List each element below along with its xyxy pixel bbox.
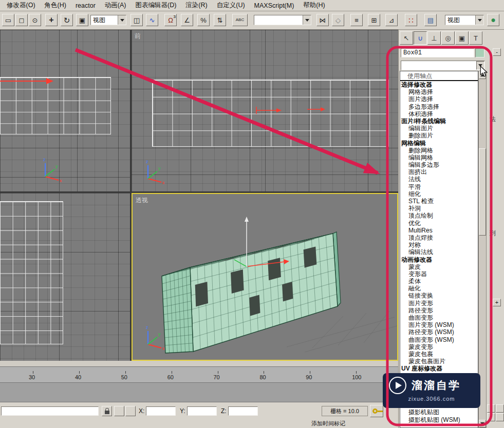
modifier-option[interactable]: 曲面变形 (WSM) — [400, 336, 478, 343]
offset-mode-button[interactable] — [125, 406, 136, 416]
modifier-option[interactable]: 法线 — [400, 176, 478, 183]
modifier-option[interactable]: 顶点焊接 — [400, 234, 478, 241]
tab-motion[interactable]: ◎ — [441, 31, 455, 45]
move-button[interactable]: + — [45, 14, 58, 26]
scroll-down-button[interactable] — [479, 420, 486, 427]
modifier-option[interactable]: 链接变换 — [400, 292, 478, 299]
modifier-option[interactable]: 编辑多边形 — [400, 161, 478, 168]
object-color-swatch[interactable] — [475, 48, 484, 57]
quick-render-teapot-button[interactable]: ● — [487, 14, 499, 26]
select-manipulate-button[interactable]: ∿ — [146, 14, 158, 26]
x-coordinate-field[interactable] — [146, 406, 176, 416]
use-pivot-option[interactable]: 使用轴点 — [400, 71, 478, 81]
modifier-option[interactable]: 补洞 — [400, 205, 478, 212]
modifier-option[interactable]: 面片选择 — [400, 95, 478, 103]
chevron-down-icon[interactable] — [475, 15, 483, 25]
menu-item[interactable]: 自定义(U) — [212, 1, 250, 10]
modifier-option[interactable]: 优化 — [400, 220, 478, 227]
menu-item[interactable]: 帮助(H) — [298, 1, 329, 10]
modifier-option[interactable]: 面挤出 — [400, 168, 478, 176]
menu-item[interactable]: 动画(A) — [100, 1, 131, 10]
use-center-button[interactable]: ◫ — [130, 14, 143, 26]
modifier-option[interactable]: 变形器 — [400, 270, 478, 278]
modifier-option[interactable]: 网格选择 — [400, 88, 478, 95]
modifier-option[interactable]: 顶点绘制 — [400, 212, 478, 219]
tab-create[interactable]: ↖ — [400, 31, 413, 45]
snap-toggle-button[interactable]: Ω3 — [164, 14, 177, 26]
modifier-option[interactable]: 对称 — [400, 241, 478, 248]
tab-display[interactable]: ▣ — [455, 31, 469, 45]
timeline-ruler[interactable]: 30405060708090100 — [0, 366, 398, 383]
viewport-front[interactable]: 前 z x y — [132, 30, 398, 191]
scrollbar-thumb[interactable] — [479, 148, 486, 236]
viewport-perspective-active[interactable]: 透视 — [132, 193, 398, 361]
angle-snap-button[interactable]: ∠ — [181, 14, 193, 26]
modifier-option[interactable]: 动画修改器 — [400, 256, 478, 263]
circle-select-region-button[interactable]: ⊙ — [29, 14, 41, 26]
rollout-collapse-button[interactable]: - — [493, 48, 501, 56]
named-selection-set-dropdown[interactable] — [254, 15, 311, 25]
modifier-option[interactable]: 蒙皮包裹面片 — [400, 358, 478, 365]
modifier-option[interactable]: 曲面变形 — [400, 314, 478, 321]
modifier-option[interactable]: 删除面片 — [400, 132, 478, 139]
modifier-option[interactable]: 摄影机贴图 — [400, 408, 478, 416]
reference-coordinate-dropdown[interactable]: 视图 — [90, 15, 126, 25]
maximize-viewport-button[interactable] — [496, 413, 504, 421]
percent-snap-button[interactable]: % — [197, 14, 210, 26]
tab-utilities[interactable]: T — [469, 31, 482, 45]
modifier-option[interactable]: 融化 — [400, 285, 478, 292]
set-keys-button[interactable] — [370, 405, 383, 417]
modifier-option[interactable]: 网格编辑 — [400, 140, 478, 147]
prompt-line-field[interactable] — [1, 406, 99, 416]
modifier-option[interactable]: 面片变形 — [400, 300, 478, 307]
modifier-option[interactable]: 多边形选择 — [400, 103, 478, 110]
viewport-bottom-left[interactable] — [0, 193, 130, 361]
tab-modify[interactable]: ∪ — [414, 31, 427, 45]
modifier-option[interactable]: UV 座标修改器 — [400, 365, 478, 372]
menu-item[interactable]: reactor — [71, 2, 100, 9]
menu-item[interactable]: 渲染(R) — [181, 1, 212, 10]
modifier-option[interactable]: 蒙皮 — [400, 263, 478, 270]
chevron-down-icon[interactable] — [118, 15, 126, 25]
chevron-down-icon[interactable] — [303, 15, 311, 25]
rollout-expand-button[interactable]: + — [493, 299, 501, 306]
absolute-mode-button[interactable] — [114, 406, 124, 416]
z-coordinate-field[interactable] — [228, 406, 258, 416]
modifier-option[interactable]: 编辑面片 — [400, 125, 478, 132]
mirror-button[interactable]: ⋈ — [316, 14, 329, 26]
modifier-option[interactable]: MultiRes — [400, 227, 478, 234]
menu-item[interactable]: 图表编辑器(D) — [131, 1, 181, 10]
modifier-option[interactable]: 蒙皮变形 — [400, 343, 478, 351]
layer-manager-button[interactable]: ≡ — [350, 14, 363, 26]
scroll-up-button[interactable] — [479, 71, 486, 79]
modifier-option[interactable]: 路径变形 (WSM) — [400, 328, 478, 336]
named-selection-button[interactable]: ABC — [232, 14, 248, 26]
modifier-option[interactable]: 面片/样条线编辑 — [400, 118, 478, 125]
menu-item[interactable]: 角色(H) — [40, 1, 71, 10]
modifier-option[interactable]: 编辑网格 — [400, 154, 478, 161]
align-button[interactable]: ◇ — [332, 14, 344, 26]
render-type-dropdown[interactable]: 视图 — [445, 15, 484, 25]
window-crossing-button[interactable]: ◻ — [15, 14, 28, 26]
modifier-option[interactable]: 体积选择 — [400, 110, 478, 118]
add-time-tag-button[interactable]: 添加时间标记 — [311, 420, 345, 427]
chevron-down-icon[interactable] — [476, 61, 484, 70]
zoom-button[interactable] — [487, 404, 495, 413]
modifier-option[interactable]: 摄影机贴图 (WSM) — [400, 416, 478, 423]
modifier-option[interactable]: 蒙皮包裹 — [400, 351, 478, 358]
menu-item[interactable]: 修改器(O) — [2, 1, 40, 10]
modifier-option[interactable]: 面片变形 (WSM) — [400, 321, 478, 328]
modifier-option[interactable]: 编辑法线 — [400, 248, 478, 256]
selection-lock-button[interactable] — [102, 406, 112, 416]
render-setup-button[interactable]: ▤ — [424, 14, 437, 26]
object-name-field[interactable]: Box01 — [401, 48, 474, 57]
tab-hierarchy[interactable]: ⊥ — [427, 31, 441, 45]
schematic-view-button[interactable]: ⊞ — [368, 14, 380, 26]
modifier-option[interactable]: 柔体 — [400, 278, 478, 285]
modifier-option[interactable]: 删除网格 — [400, 147, 478, 154]
modifier-option[interactable]: 选择修改器 — [400, 81, 478, 88]
modifier-option[interactable]: 细化 — [400, 190, 478, 198]
modifier-option[interactable]: 路径变形 — [400, 307, 478, 314]
rect-select-region-button[interactable]: ▭ — [2, 14, 14, 26]
pan-button[interactable] — [487, 413, 495, 421]
